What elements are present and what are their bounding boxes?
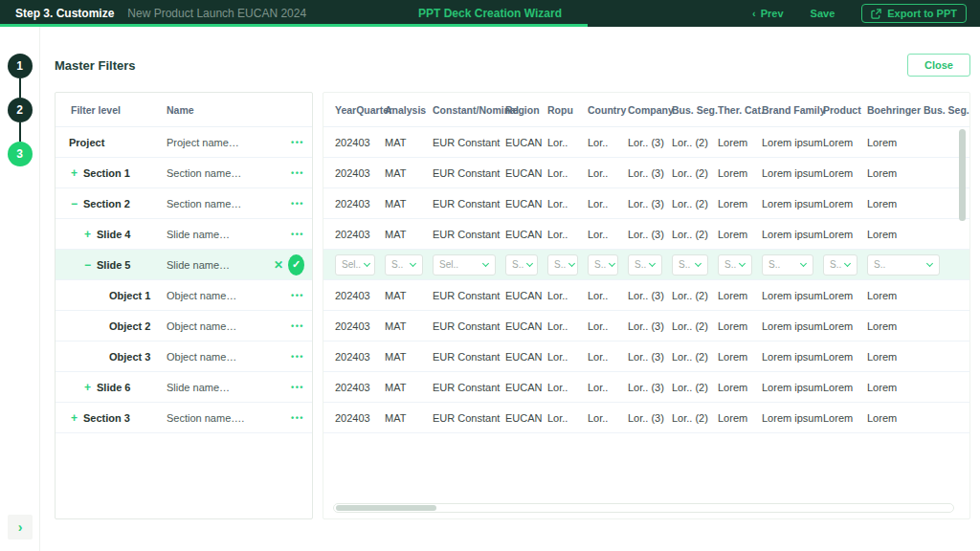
name-column-header: Name bbox=[167, 104, 274, 116]
filter-tree-row[interactable]: −Slide 5Slide name…✕✓ bbox=[56, 250, 312, 280]
data-cell: Lorem bbox=[823, 229, 867, 240]
cancel-icon[interactable]: ✕ bbox=[274, 258, 283, 272]
plus-icon[interactable]: + bbox=[84, 228, 91, 241]
select-placeholder: S.. bbox=[594, 259, 606, 270]
row-menu-button[interactable]: ••• bbox=[291, 383, 304, 392]
data-cell: Lorem bbox=[867, 412, 970, 424]
filter-tree-row[interactable]: +Section 3Section name….••• bbox=[56, 403, 312, 433]
filter-select[interactable]: S.. bbox=[588, 254, 618, 276]
data-cell: MAT bbox=[385, 290, 433, 301]
data-row[interactable]: 202403MATEUR ConstantEUCANLor..Lor..Lor.… bbox=[323, 158, 969, 188]
name-field[interactable]: Slide name… bbox=[167, 259, 274, 271]
column-header: Company bbox=[628, 104, 672, 116]
save-button[interactable]: Save bbox=[811, 8, 835, 19]
row-actions: ••• bbox=[274, 383, 312, 392]
horizontal-scrollbar[interactable] bbox=[333, 503, 954, 513]
filter-select[interactable]: Sel.. bbox=[433, 254, 496, 276]
name-field[interactable]: Section name… bbox=[167, 167, 274, 179]
name-field[interactable]: Object name… bbox=[167, 290, 274, 301]
data-cell: EUCAN bbox=[505, 351, 547, 363]
row-menu-button[interactable]: ••• bbox=[291, 138, 304, 147]
data-cell: Lor.. (3) bbox=[628, 229, 672, 240]
filter-level-label: Object 2 bbox=[109, 320, 150, 332]
data-cell: Lor.. bbox=[588, 198, 628, 209]
data-row[interactable]: 202403MATEUR ConstantEUCANLor..Lor..Lor.… bbox=[323, 127, 969, 158]
step-indicator-2[interactable]: 2 bbox=[8, 98, 33, 122]
filter-tree-row[interactable]: +Slide 6Slide name…••• bbox=[56, 372, 312, 403]
data-cell: Lorem bbox=[718, 290, 762, 301]
data-cell: EUR Constant bbox=[433, 351, 505, 363]
filter-select[interactable]: S.. bbox=[547, 254, 578, 276]
row-menu-button[interactable]: ••• bbox=[291, 199, 304, 209]
data-table-body: 202403MATEUR ConstantEUCANLor..Lor..Lor.… bbox=[323, 127, 969, 433]
confirm-check-button[interactable]: ✓ bbox=[288, 254, 304, 276]
filter-tree-row[interactable]: ProjectProject name…••• bbox=[56, 127, 312, 158]
row-menu-button[interactable]: ••• bbox=[291, 321, 304, 331]
name-field[interactable]: Section name… bbox=[167, 198, 274, 209]
step-indicator-1[interactable]: 1 bbox=[8, 54, 33, 78]
data-row[interactable]: 202403MATEUR ConstantEUCANLor..Lor..Lor.… bbox=[323, 372, 969, 403]
row-menu-button[interactable]: ••• bbox=[291, 168, 304, 178]
expand-sidebar-button[interactable]: › bbox=[8, 515, 33, 540]
data-cell: MAT bbox=[385, 351, 433, 363]
filter-tree-row[interactable]: +Slide 4Slide name…••• bbox=[56, 219, 312, 250]
name-field[interactable]: Project name… bbox=[167, 137, 274, 148]
column-header: Product bbox=[823, 104, 867, 116]
data-row[interactable]: 202403MATEUR ConstantEUCANLor..Lor..Lor.… bbox=[323, 311, 969, 342]
plus-icon[interactable]: + bbox=[71, 166, 78, 180]
main-header: Master Filters Close bbox=[55, 54, 970, 77]
filter-select[interactable]: S.. bbox=[867, 254, 940, 276]
filter-select[interactable]: S.. bbox=[718, 254, 752, 276]
filter-select[interactable]: Sel.. bbox=[335, 254, 375, 276]
plus-icon[interactable]: + bbox=[71, 411, 78, 425]
data-cell: Lorem bbox=[823, 198, 867, 209]
name-field[interactable]: Object name… bbox=[167, 351, 274, 363]
filter-select[interactable]: S.. bbox=[505, 254, 538, 276]
minus-icon[interactable]: − bbox=[71, 197, 78, 210]
step-indicator-3[interactable]: 3 bbox=[8, 142, 33, 166]
select-placeholder: S.. bbox=[830, 259, 841, 270]
column-header: Country bbox=[588, 104, 628, 116]
horizontal-scrollbar-thumb[interactable] bbox=[336, 505, 436, 511]
filter-select[interactable]: S.. bbox=[672, 254, 708, 276]
app-window: Step 3. Customize New Product Launch EUC… bbox=[0, 0, 980, 551]
filter-select[interactable]: S.. bbox=[628, 254, 662, 276]
data-row[interactable]: 202403MATEUR ConstantEUCANLor..Lor..Lor.… bbox=[323, 403, 969, 433]
data-row[interactable]: 202403MATEUR ConstantEUCANLor..Lor..Lor.… bbox=[323, 280, 969, 311]
row-menu-button[interactable]: ••• bbox=[291, 352, 304, 362]
filter-tree-row[interactable]: Object 1Object name…••• bbox=[56, 280, 312, 311]
data-row[interactable]: 202403MATEUR ConstantEUCANLor..Lor..Lor.… bbox=[323, 342, 969, 372]
filter-level-cell: Project bbox=[56, 137, 167, 148]
name-field[interactable]: Object name… bbox=[167, 320, 274, 332]
plus-icon[interactable]: + bbox=[84, 381, 91, 394]
data-cell: Lor.. (3) bbox=[628, 320, 672, 332]
close-button[interactable]: Close bbox=[907, 54, 970, 77]
row-menu-button[interactable]: ••• bbox=[291, 291, 304, 300]
data-row[interactable]: 202403MATEUR ConstantEUCANLor..Lor..Lor.… bbox=[323, 188, 969, 219]
filter-select[interactable]: S.. bbox=[385, 254, 423, 276]
data-cell: EUCAN bbox=[505, 320, 547, 332]
minus-icon[interactable]: − bbox=[84, 258, 91, 272]
filter-tree-row[interactable]: Object 2Object name…••• bbox=[56, 311, 312, 342]
name-field[interactable]: Slide name… bbox=[167, 382, 274, 393]
name-field[interactable]: Slide name… bbox=[167, 229, 274, 240]
export-icon bbox=[871, 9, 881, 19]
filter-tree-row[interactable]: −Section 2Section name…••• bbox=[56, 188, 312, 219]
row-menu-button[interactable]: ••• bbox=[291, 230, 304, 239]
name-field[interactable]: Section name…. bbox=[167, 412, 274, 424]
filter-select[interactable]: S.. bbox=[823, 254, 858, 276]
vertical-scrollbar-thumb[interactable] bbox=[959, 129, 966, 221]
filter-level-label: Slide 4 bbox=[97, 229, 130, 240]
select-placeholder: S.. bbox=[724, 259, 736, 270]
row-menu-button[interactable]: ••• bbox=[291, 413, 304, 423]
filter-tree-row[interactable]: Object 3Object name…••• bbox=[56, 342, 312, 372]
data-row[interactable]: 202403MATEUR ConstantEUCANLor..Lor..Lor.… bbox=[323, 219, 969, 250]
progress-bar bbox=[0, 24, 588, 27]
step-connector bbox=[19, 122, 21, 142]
data-cell: Lorem bbox=[867, 290, 970, 301]
filter-tree-row[interactable]: +Section 1Section name…••• bbox=[56, 158, 312, 188]
prev-button[interactable]: ‹ Prev bbox=[752, 8, 784, 19]
data-cell: EUR Constant bbox=[433, 382, 505, 393]
export-to-ppt-button[interactable]: Export to PPT bbox=[861, 4, 967, 23]
filter-select[interactable]: S.. bbox=[762, 254, 813, 276]
